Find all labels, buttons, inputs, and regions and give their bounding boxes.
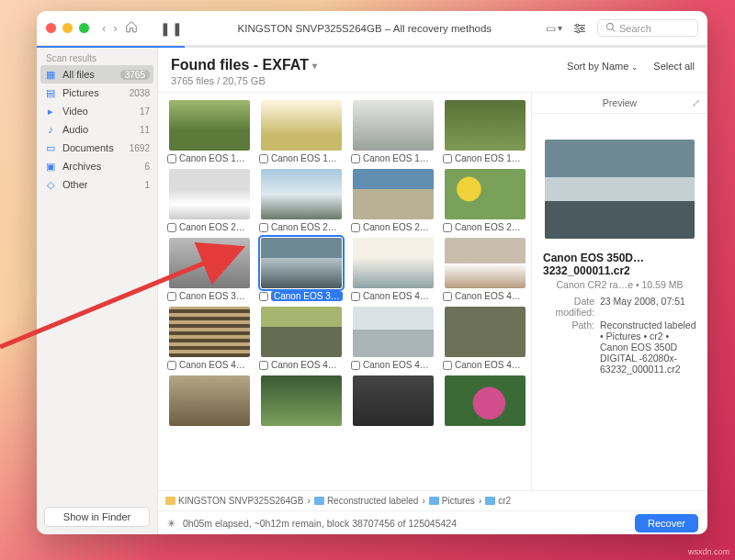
preview-metadata: Date modified: 23 May 2008, 07:51 Path: … — [532, 296, 707, 384]
filter-button[interactable] — [573, 23, 586, 34]
pause-button[interactable]: ❚❚ — [160, 21, 184, 36]
category-icon: ▤ — [44, 86, 57, 99]
file-item[interactable]: Canon EOS 2… — [259, 169, 344, 232]
sort-button[interactable]: Sort by Name ⌄ — [567, 61, 639, 72]
search-input[interactable]: Search — [597, 19, 698, 37]
preview-panel: Preview ⤢ Canon EOS 350D…3232_000011.cr2… — [531, 93, 707, 490]
breadcrumb-item[interactable]: Pictures — [429, 496, 475, 506]
file-checkbox[interactable] — [259, 223, 268, 232]
sidebar-item-count: 3765 — [120, 70, 150, 80]
file-item[interactable]: Canon EOS 4… — [443, 238, 527, 301]
sidebar-item-archives[interactable]: ▣Archives6 — [37, 157, 157, 175]
file-item[interactable]: Canon EOS 1… — [351, 100, 435, 163]
preview-image[interactable] — [545, 140, 695, 239]
sidebar-item-label: Other — [62, 179, 88, 190]
file-item[interactable]: Canon EOS 4… — [351, 307, 435, 370]
file-label: Canon EOS 3… — [179, 291, 245, 301]
file-label: Canon EOS 2… — [271, 222, 337, 232]
file-checkbox[interactable] — [167, 361, 176, 370]
file-item[interactable]: Canon EOS 2… — [351, 169, 435, 232]
sidebar-item-documents[interactable]: ▭Documents1692 — [37, 139, 157, 157]
file-item[interactable]: Canon EOS 4… — [167, 307, 252, 370]
back-button[interactable]: ‹ — [98, 19, 109, 37]
file-checkbox[interactable] — [443, 223, 452, 232]
spinner-icon: ✳︎ — [167, 518, 175, 529]
sidebar-item-audio[interactable]: ♪Audio11 — [37, 120, 157, 139]
file-checkbox[interactable] — [443, 154, 452, 163]
recover-button[interactable]: Recover — [635, 514, 698, 532]
sidebar-item-pictures[interactable]: ▤Pictures2038 — [37, 84, 157, 102]
close-icon[interactable] — [46, 23, 56, 33]
expand-preview-icon[interactable]: ⤢ — [692, 97, 700, 109]
breadcrumb-item[interactable]: Reconstructed labeled — [314, 496, 419, 506]
file-item[interactable]: Canon EOS 1… — [443, 100, 527, 163]
file-checkbox[interactable] — [443, 361, 452, 370]
sidebar-header: Scan results — [37, 48, 157, 65]
file-label: Canon EOS 4… — [455, 291, 521, 301]
thumbnail — [261, 100, 342, 151]
thumbnail — [445, 100, 526, 151]
meta-path: Reconstructed labeled • Pictures • cr2 •… — [600, 319, 696, 375]
file-item[interactable]: Canon EOS 4… — [443, 307, 527, 370]
preview-filename: Canon EOS 350D…3232_000011.cr2 — [532, 248, 707, 279]
file-item[interactable]: Canon EOS 3… — [259, 238, 344, 301]
file-checkbox[interactable] — [443, 292, 452, 301]
thumbnail — [169, 100, 250, 151]
file-grid[interactable]: Canon EOS 1…Canon EOS 1…Canon EOS 1…Cano… — [158, 93, 531, 490]
breadcrumb-item[interactable]: cr2 — [485, 496, 511, 506]
sidebar-item-count: 1 — [144, 180, 150, 190]
sidebar-item-label: Audio — [62, 124, 88, 135]
file-checkbox[interactable] — [167, 154, 176, 163]
file-checkbox[interactable] — [259, 154, 268, 163]
file-checkbox[interactable] — [351, 292, 360, 301]
file-checkbox[interactable] — [351, 154, 360, 163]
file-checkbox[interactable] — [259, 292, 268, 301]
breadcrumb-item[interactable]: KINGSTON SNVP325S264GB — [165, 496, 304, 506]
file-item[interactable]: Canon EOS 4… — [351, 238, 435, 301]
file-item[interactable]: Canon EOS 2… — [443, 169, 527, 232]
sidebar-item-other[interactable]: ◇Other1 — [37, 175, 157, 194]
file-item[interactable]: Canon EOS 4… — [259, 307, 344, 370]
sidebar-item-label: Video — [62, 106, 88, 117]
select-all-button[interactable]: Select all — [653, 61, 695, 72]
category-icon: ▭ — [44, 141, 57, 154]
file-checkbox[interactable] — [351, 223, 360, 232]
home-button[interactable] — [121, 18, 141, 38]
sidebar-item-all-files[interactable]: ▦All files3765 — [40, 65, 153, 84]
content-header: Found files - EXFAT ▾ Sort by Name ⌄ Sel… — [158, 48, 707, 93]
file-item[interactable] — [351, 375, 435, 426]
file-label: Canon EOS 3… — [271, 291, 343, 301]
preview-subtitle: Canon CR2 ra…e • 10.59 MB — [532, 279, 707, 296]
titlebar: ‹ › ❚❚ KINGSTON SNVP325S264GB – All reco… — [37, 11, 707, 46]
svg-point-6 — [606, 23, 613, 29]
file-checkbox[interactable] — [259, 361, 268, 370]
file-item[interactable]: Canon EOS 1… — [167, 100, 252, 163]
sidebar-item-video[interactable]: ▸Video17 — [37, 102, 157, 120]
meta-date: 23 May 2008, 07:51 — [600, 296, 696, 318]
page-title[interactable]: Found files - EXFAT ▾ — [171, 57, 317, 73]
thumbnail — [169, 169, 250, 219]
file-item[interactable]: Canon EOS 3… — [167, 238, 252, 301]
thumbnail — [169, 307, 250, 357]
show-in-finder-button[interactable]: Show in Finder — [44, 507, 150, 527]
status-bar: ✳︎ 0h05m elapsed, ~0h12m remain, block 3… — [158, 510, 707, 534]
thumbnail — [445, 307, 526, 357]
file-label: Canon EOS 2… — [179, 222, 245, 232]
minimize-icon[interactable] — [62, 23, 73, 33]
search-placeholder: Search — [619, 23, 651, 34]
thumbnail — [169, 375, 250, 426]
file-checkbox[interactable] — [351, 361, 360, 370]
file-checkbox[interactable] — [167, 223, 176, 232]
file-item[interactable] — [443, 375, 527, 426]
maximize-icon[interactable] — [79, 23, 89, 33]
thumbnail — [445, 375, 526, 426]
file-item[interactable]: Canon EOS 1… — [259, 100, 344, 163]
file-item[interactable]: Canon EOS 2… — [167, 169, 252, 232]
file-item[interactable] — [167, 375, 252, 426]
thumbnail — [261, 375, 342, 426]
view-mode-button[interactable]: ▭ ▾ — [546, 22, 562, 35]
category-icon: ▸ — [44, 105, 57, 118]
file-item[interactable] — [259, 375, 344, 426]
forward-button[interactable]: › — [109, 19, 120, 37]
file-checkbox[interactable] — [167, 292, 176, 301]
